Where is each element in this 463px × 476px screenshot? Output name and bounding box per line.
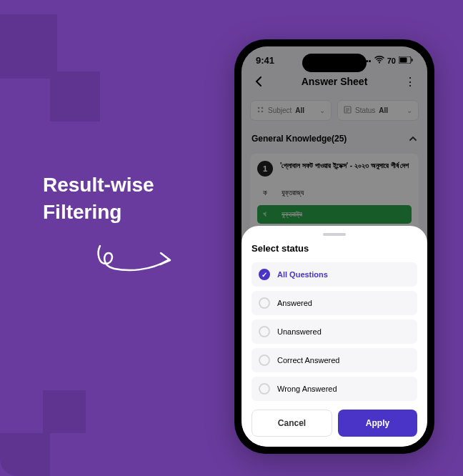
status-option-answered[interactable]: Answered bbox=[252, 291, 417, 315]
radio-icon bbox=[259, 354, 270, 366]
phone-notch bbox=[302, 54, 367, 72]
option-text: যুক্তরাষ্ট্র bbox=[282, 210, 302, 219]
option-label: Answered bbox=[277, 299, 312, 307]
filter-icon bbox=[257, 106, 264, 115]
option-label: ক bbox=[263, 189, 274, 197]
status-options-list: All Questions Answered Unanswered Correc… bbox=[252, 262, 417, 401]
phone-frame: 9:41 ▪▪▪▪ 70 Answer Sheet bbox=[234, 39, 434, 454]
apply-button[interactable]: Apply bbox=[338, 410, 417, 437]
question-text: 'গ্লোবাল সফট পাওয়ার ইন্ডেক্স' - ২০২৩ অন… bbox=[280, 161, 409, 177]
section-title: General Knowledge(25) bbox=[252, 134, 347, 144]
bg-decoration bbox=[0, 14, 57, 79]
page-title: Result-wise Filtering bbox=[43, 172, 154, 226]
status-time: 9:41 bbox=[256, 55, 274, 66]
header-title: Answer Sheet bbox=[302, 76, 368, 87]
battery-icon bbox=[399, 56, 413, 65]
radio-icon bbox=[259, 383, 270, 395]
sheet-handle[interactable] bbox=[323, 233, 346, 236]
svg-rect-3 bbox=[412, 59, 413, 61]
svg-point-7 bbox=[262, 111, 264, 113]
battery-level: 70 bbox=[387, 56, 396, 65]
svg-point-6 bbox=[258, 111, 260, 113]
status-option-correct[interactable]: Correct Answered bbox=[252, 348, 417, 372]
filter-label: Subject bbox=[268, 106, 292, 114]
radio-icon bbox=[259, 297, 270, 309]
filter-value: All bbox=[379, 106, 388, 114]
filter-value: All bbox=[295, 106, 304, 114]
phone-screen: 9:41 ▪▪▪▪ 70 Answer Sheet bbox=[242, 46, 427, 447]
bg-decoration bbox=[43, 390, 86, 433]
status-option-wrong[interactable]: Wrong Answered bbox=[252, 377, 417, 401]
filter-label: Status bbox=[355, 106, 375, 114]
svg-rect-2 bbox=[400, 57, 407, 62]
chevron-down-icon: ⌄ bbox=[319, 106, 325, 114]
status-indicators: ▪▪▪▪ 70 bbox=[360, 56, 413, 65]
option-label: খ bbox=[263, 210, 274, 219]
sheet-buttons: Cancel Apply bbox=[252, 410, 417, 437]
svg-point-4 bbox=[258, 107, 260, 109]
radio-checked-icon bbox=[259, 269, 270, 280]
arrow-icon bbox=[93, 239, 179, 289]
wifi-icon bbox=[374, 56, 384, 65]
status-option-unanswered[interactable]: Unanswered bbox=[252, 319, 417, 344]
filter-icon bbox=[344, 106, 352, 115]
section-header[interactable]: General Knowledge(25) bbox=[242, 127, 427, 151]
more-icon[interactable]: ⋮ bbox=[403, 74, 417, 89]
svg-point-5 bbox=[262, 107, 264, 109]
option-text: যুক্তরাজ্য bbox=[282, 189, 304, 197]
option-label: Wrong Answered bbox=[277, 385, 337, 393]
back-icon[interactable] bbox=[252, 74, 266, 89]
bg-decoration bbox=[0, 433, 50, 476]
svg-point-0 bbox=[379, 61, 380, 63]
status-option-all[interactable]: All Questions bbox=[252, 262, 417, 287]
option-label: All Questions bbox=[277, 270, 328, 279]
cancel-button[interactable]: Cancel bbox=[252, 410, 332, 437]
answer-option-correct[interactable]: খ যুক্তরাষ্ট্র bbox=[257, 205, 412, 224]
sheet-title: Select status bbox=[252, 243, 417, 254]
filter-row: Subject All ⌄ Status All ⌄ bbox=[242, 94, 427, 127]
option-label: Correct Answered bbox=[277, 356, 339, 365]
subject-filter[interactable]: Subject All ⌄ bbox=[250, 100, 332, 121]
radio-icon bbox=[259, 326, 270, 337]
chevron-up-icon bbox=[409, 134, 417, 144]
bg-decoration bbox=[50, 71, 100, 122]
chevron-down-icon: ⌄ bbox=[407, 106, 412, 114]
status-filter[interactable]: Status All ⌄ bbox=[337, 100, 419, 121]
answer-option[interactable]: ক যুক্তরাজ্য bbox=[257, 184, 412, 202]
status-bottom-sheet: Select status All Questions Answered Una… bbox=[242, 226, 427, 447]
app-header: Answer Sheet ⋮ bbox=[242, 69, 427, 94]
question-number: 1 bbox=[257, 161, 273, 177]
option-label: Unanswered bbox=[277, 327, 322, 336]
